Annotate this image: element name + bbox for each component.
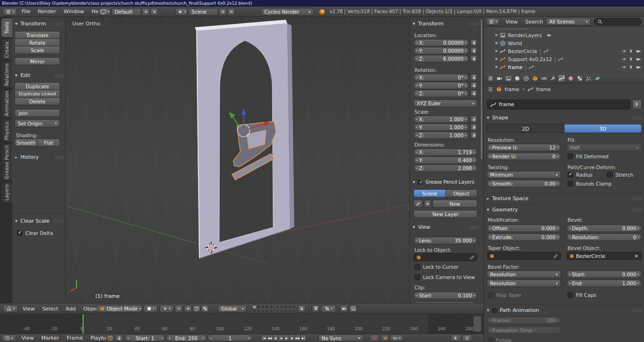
outliner-item-label[interactable]: Support 4x0.2x12 [508,56,552,62]
outliner-row-beziercircle[interactable]: BezierCircle [484,47,644,55]
outliner-item-label[interactable]: BezierCircle [508,48,537,54]
dimension-y-field[interactable]: Y:0.400 [414,156,477,164]
lock-scale-y-button[interactable] [470,124,477,131]
disclosure-dot[interactable] [495,34,498,36]
twist-mode-select[interactable]: Minimum [487,171,561,179]
timeline[interactable]: -40 -20 0 20 40 60 80 100 120 140 160 18… [0,314,483,334]
stretch-checkbox[interactable] [607,172,613,178]
disclosure-dot[interactable] [495,42,498,44]
layer-cell[interactable] [265,305,269,309]
outliner-row-frame[interactable]: frame [484,63,644,71]
eye-icon[interactable] [622,57,627,62]
lock-camera-row[interactable]: Lock Camera to View [414,274,475,280]
window-titlebar[interactable]: Blender [C:\Users\Riley G\ademyblender\c… [0,0,644,7]
pointer-icon[interactable] [629,57,634,62]
bevel-factor-end-field[interactable]: End:1.000 [567,280,642,287]
panel-grip[interactable] [54,23,63,25]
rotation-y-field[interactable]: Y:0° [414,82,469,89]
add-scene-button[interactable] [219,8,227,16]
clear-delta-checkbox[interactable] [17,230,23,236]
lock-location-x-button[interactable] [470,39,477,47]
outliner-search-field[interactable] [594,18,642,25]
viewport-canvas[interactable] [66,17,409,303]
lock-to-cursor-checkbox[interactable] [414,264,420,270]
menu-add[interactable]: Add [62,304,79,314]
info-editor-type-button[interactable] [3,8,17,16]
outliner-menu-search[interactable]: Search [521,17,547,27]
bevel-depth-field[interactable]: Depth:0.000 [567,225,642,232]
shelf-tab-relations[interactable]: Relations [1,61,12,88]
duplicate-button[interactable]: Duplicate [15,82,60,90]
map-taper-row[interactable]: Map Taper [488,292,521,298]
manipulator-translate-toggle[interactable] [184,305,192,312]
set-origin-menu[interactable]: Set Origin [15,119,60,127]
outliner-row-support[interactable]: Support 4x0.2x12 [484,55,644,63]
lock-time-toggle[interactable] [115,334,123,342]
fill-mode-select[interactable]: Half [567,144,642,151]
bevel-factor-end-mapping[interactable]: Resolution [487,280,561,287]
camera-icon[interactable] [636,65,641,70]
lock-to-scene-toggle[interactable] [298,305,306,312]
eyedropper-icon[interactable] [470,255,475,260]
bevel-resolution-field[interactable]: Resolution:0 [567,233,642,241]
radius-row[interactable]: Radius [567,172,592,178]
duplicate-linked-button[interactable]: Duplicate Linked [15,90,60,98]
breadcrumb-object[interactable]: frame [505,86,519,92]
layer-cell[interactable] [265,309,269,312]
fake-user-button[interactable]: F [632,100,642,109]
bounds-clamp-row[interactable]: Bounds Clamp [567,181,612,187]
path-animation-checkbox[interactable] [492,308,497,313]
layer-cell[interactable] [253,309,256,312]
layer-cell[interactable] [276,305,279,309]
pivot-align-toggle[interactable] [175,305,183,312]
layer-cell[interactable] [280,305,284,309]
panel-header-clear-scale[interactable]: Clear Scale [15,218,63,224]
scale-x-field[interactable]: X:1.000 [414,116,469,123]
grease-pencil-checkbox[interactable] [418,180,422,185]
scene-browse-button[interactable] [176,8,188,16]
flat-button[interactable]: Flat [37,139,60,147]
panel-header-grease-pencil-layers[interactable]: Grease Pencil Layers [413,179,481,185]
delete-scene-button[interactable] [227,8,235,16]
sync-mode-select[interactable]: No Sync [318,334,363,342]
menu-view[interactable]: View [18,333,38,342]
pointer-icon[interactable] [629,65,634,70]
lock-location-y-button[interactable] [470,47,477,54]
panel-header-transform[interactable]: Transform [15,21,63,27]
mode-select[interactable]: Object Mode [97,305,142,312]
outliner-item-label[interactable]: World [508,40,522,46]
dimension-x-field[interactable]: X:1.719 [414,148,477,156]
outliner-item-label[interactable]: frame [508,64,522,70]
layer-cell[interactable] [253,305,256,309]
lock-camera-checkbox[interactable] [414,274,420,280]
tab-modifiers[interactable] [549,74,557,82]
disclosure-dot[interactable] [495,50,498,52]
bevel-factor-start-field[interactable]: Start:0.000 [567,271,642,278]
scale-button[interactable]: Scale [15,46,60,54]
tab-render[interactable] [495,74,503,82]
rotation-mode-select[interactable]: XYZ Euler [414,100,477,107]
disclosure-dot[interactable] [495,66,498,68]
evaluation-time-field[interactable]: Evaluation Time: [487,326,561,334]
layer-cell[interactable] [257,309,261,312]
pointer-icon[interactable] [629,49,634,54]
rotation-z-field[interactable]: Z:0° [414,90,469,97]
location-z-field[interactable]: Z:6.00000 [414,55,469,62]
layer-cell[interactable] [276,309,279,312]
render-engine-select[interactable]: Cycles Render [261,8,314,16]
panel-header-geometry[interactable]: Geometry [487,204,642,213]
tlheader-right-button-1[interactable] [451,334,461,342]
screen-layout-name-field[interactable]: Default [111,8,141,16]
keying-set-button[interactable] [390,334,403,342]
tab-constraints[interactable] [540,74,548,82]
map-taper-checkbox[interactable] [488,292,493,298]
preview-range-toggle[interactable] [106,334,114,342]
close-icon[interactable] [634,254,639,258]
menu-marker[interactable]: Marker [38,333,63,342]
layer-cell[interactable] [284,309,288,312]
viewport-3d[interactable]: User Ortho (1) frame [66,17,409,303]
tab-render-layers[interactable] [504,74,512,82]
record-button[interactable] [370,334,379,342]
panel-header-texture-space[interactable]: Texture Space [487,193,642,202]
layer-cell[interactable] [288,305,292,309]
